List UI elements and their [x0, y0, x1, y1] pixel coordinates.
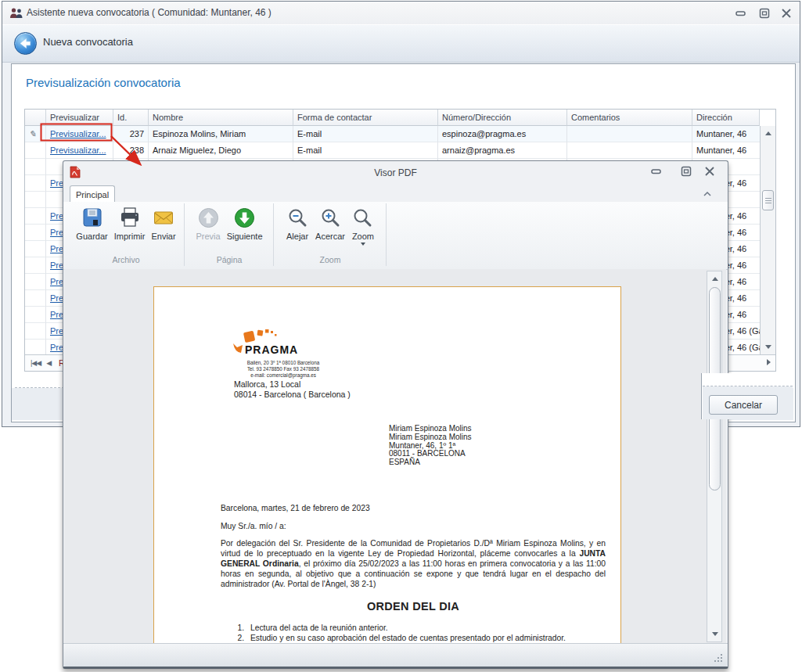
row-edit-indicator [25, 257, 46, 274]
pdf-scroll-down-icon[interactable] [709, 628, 721, 640]
header-direccion[interactable]: Dirección [692, 110, 760, 126]
table-row[interactable]: Previsualizar... 238 Arnaiz Miguelez, Di… [25, 142, 775, 159]
first-record-button[interactable]: |◀◀ [31, 359, 41, 367]
row-edit-indicator [25, 225, 46, 241]
row-edit-indicator [25, 159, 46, 175]
maximize-icon[interactable] [758, 8, 772, 20]
logo-address-3: e-mail: comercial@pragma.es [225, 372, 342, 379]
alejar-button[interactable]: Alejar [282, 203, 312, 246]
header-forma[interactable]: Forma de contactar [293, 110, 438, 126]
cell-numero: espinoza@pragma.es [438, 126, 567, 142]
pdf-maximize-icon[interactable] [680, 166, 694, 178]
tab-principal[interactable]: Principal [70, 185, 115, 203]
ribbon-collapse-icon[interactable] [702, 188, 713, 202]
header-id[interactable]: Id. [113, 110, 149, 126]
guardar-button[interactable]: Guardar [73, 203, 110, 241]
logo-address-1: Bailén, 20 3º 1ª 08010 Barcelona [225, 360, 342, 366]
pdf-ribbon: Guardar Imprimir [63, 202, 728, 270]
up-circle-icon [196, 206, 220, 229]
cell-comentarios [567, 126, 692, 142]
people-icon [9, 8, 23, 19]
pdf-minimize-icon[interactable] [650, 166, 664, 178]
previa-button[interactable]: Previa [192, 203, 223, 241]
row-edit-indicator [25, 274, 46, 290]
previous-record-button[interactable]: ◀ [46, 359, 51, 367]
sender-line-1: Mallorca, 13 Local [234, 379, 300, 390]
pdf-document-area: PRAGMA Bailén, 20 3º 1ª 08010 Barcelona … [64, 269, 726, 644]
cell-id: 237 [113, 126, 149, 142]
scroll-down-icon[interactable] [762, 341, 774, 353]
zoom-icon [351, 206, 375, 229]
previsualizar-link[interactable]: Previsualizar... [50, 146, 106, 155]
resize-grip-icon[interactable] [714, 653, 724, 663]
letter-body: Por delegación del Sr. Presidente de la … [221, 538, 606, 589]
pdf-titlebar: Visor PDF [63, 161, 728, 183]
zoom-dropdown-button[interactable]: Zoom [348, 203, 378, 246]
row-edit-indicator: ✎ [25, 126, 46, 142]
zoom-in-icon [318, 206, 342, 229]
ribbon-group-archivo: Guardar Imprimir [68, 203, 185, 266]
pdf-tabstrip: Principal [63, 183, 728, 202]
sender-line-2: 08014 - Barcelona ( Barcelona ) [234, 390, 351, 400]
zoom-out-icon [286, 206, 309, 229]
cell-comentarios [567, 142, 692, 159]
cancel-button[interactable]: Cancelar [709, 395, 778, 415]
logo-address-2: Tel. 93 2478850 Fax 93 2478858 [225, 366, 342, 372]
orden-item: 1. Lectura del acta de la reunión anteri… [221, 623, 606, 634]
imprimir-button[interactable]: Imprimir [111, 203, 149, 241]
hscroll-right-icon[interactable] [767, 359, 771, 367]
table-row[interactable]: ✎ Previsualizar... 237 Espinoza Molins, … [25, 126, 775, 142]
enviar-button[interactable]: Enviar [148, 203, 178, 241]
main-titlebar: Asistente nueva convocatoria ( Comunidad… [2, 2, 800, 24]
page-header: Nueva convocatoria [2, 24, 800, 63]
header-previsualizar[interactable]: Previsualizar [46, 110, 113, 126]
pdf-vertical-scrollbar[interactable] [707, 271, 722, 642]
table-scrollbar-thumb[interactable] [762, 190, 774, 210]
row-edit-indicator [25, 192, 46, 208]
table-vertical-scrollbar[interactable] [760, 126, 775, 354]
pdf-statusbar [63, 643, 728, 667]
printer-icon [118, 206, 142, 229]
cell-forma: E-mail [293, 126, 438, 142]
orden-item: 2. Estudio y en su caso aprobación del e… [221, 634, 606, 644]
cell-direccion: Muntaner, 46 [692, 126, 760, 142]
acercar-button[interactable]: Acercar [312, 203, 348, 246]
logo-text: PRAGMA [245, 343, 298, 356]
section-title: Previsualización convocatoria [26, 76, 181, 89]
main-window-title: Asistente nueva convocatoria ( Comunidad… [27, 7, 272, 18]
back-button[interactable] [14, 32, 37, 55]
pdf-window-title: Visor PDF [63, 167, 728, 178]
previsualizar-link[interactable]: Previsualizar... [50, 129, 106, 138]
minimize-icon[interactable] [735, 8, 749, 20]
pdf-page: PRAGMA Bailén, 20 3º 1ª 08010 Barcelona … [153, 286, 621, 644]
row-edit-indicator [25, 142, 46, 159]
header-numero[interactable]: Número/Dirección [438, 110, 567, 126]
down-circle-icon [233, 206, 257, 229]
row-edit-indicator [25, 241, 46, 257]
header-indicator [25, 110, 46, 126]
pdf-viewer-window: Visor PDF Principal [63, 160, 728, 669]
recipient-block: Miriam Espinoza Molins Miriam Espinoza M… [389, 425, 472, 467]
group-label-zoom: Zoom [275, 255, 386, 264]
dropdown-arrow-icon [361, 243, 365, 246]
header-comentarios[interactable]: Comentarios [567, 110, 692, 126]
ribbon-group-zoom: Alejar Acercar [275, 203, 387, 266]
envelope-icon [152, 206, 175, 229]
pdf-scroll-up-icon[interactable] [709, 273, 721, 285]
cell-forma: E-mail [293, 142, 438, 159]
cell-nombre: Espinoza Molins, Miriam [149, 126, 293, 142]
table-header: Previsualizar Id. Nombre Forma de contac… [25, 110, 775, 126]
siguiente-button[interactable]: Siguiente [224, 203, 266, 241]
orden-del-dia-title: ORDEN DEL DIA [221, 600, 606, 613]
row-edit-indicator [25, 175, 46, 192]
close-icon[interactable] [780, 8, 794, 20]
scroll-up-icon[interactable] [762, 128, 774, 139]
cell-nombre: Arnaiz Miguelez, Diego [149, 142, 293, 159]
page-title: Nueva convocatoria [43, 36, 133, 48]
footer-corner: Cancelar [701, 373, 793, 419]
header-nombre[interactable]: Nombre [149, 110, 293, 126]
pdf-close-icon[interactable] [703, 166, 717, 178]
letter-date: Barcelona, martes, 21 de febrero de 2023 [221, 503, 370, 513]
row-edit-indicator [25, 340, 46, 356]
back-arrow-icon [19, 38, 32, 49]
